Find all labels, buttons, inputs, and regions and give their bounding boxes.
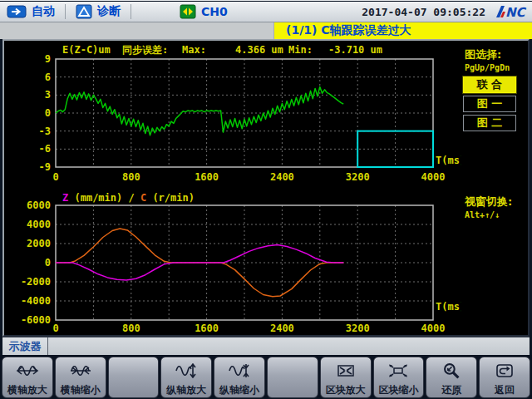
h-axis-zoom-out-button[interactable]: 横轴缩小: [55, 357, 106, 398]
return-button[interactable]: 返回: [479, 357, 530, 398]
mode-label: 自动: [32, 4, 55, 19]
channel-label: CH0: [201, 5, 228, 18]
mode-indicator[interactable]: 自动: [7, 4, 55, 19]
svg-text:0: 0: [45, 257, 51, 268]
svg-text:3200: 3200: [346, 323, 370, 334]
block-zoom-out-icon: [387, 357, 410, 384]
svg-text:3: 3: [45, 89, 51, 101]
hnc-logo: NC: [494, 3, 527, 20]
right-panel: 图选择: PgUp/PgDn 联 合图 一图 二 视窗切换: Alt+↑/↓: [463, 46, 526, 219]
svg-text:Z (mm/min) / C (r/min): Z (mm/min) / C (r/min): [62, 192, 195, 204]
svg-text:NC: NC: [505, 5, 527, 20]
restore-magnifier-icon: [441, 357, 461, 384]
chart-select-option-1[interactable]: 图 一: [463, 96, 516, 112]
diagnosis-triangle-icon: [76, 4, 92, 19]
return-icon: [494, 357, 515, 384]
v-axis-zoom-out-icon: [228, 357, 251, 384]
empty-button[interactable]: [108, 357, 160, 398]
block-zoom-in-icon: [334, 357, 357, 384]
v-axis-zoom-out-button[interactable]: 纵轴缩小: [214, 357, 265, 398]
svg-text:4.366 um: 4.366 um: [235, 44, 283, 56]
topbar-right: 2017-04-07 09:05:22 NC: [362, 3, 532, 20]
sync-error-trace: [56, 86, 343, 135]
button-label: 区块缩小: [378, 384, 418, 396]
h-axis-zoom-out-icon: [69, 357, 92, 384]
alert-bar-left: [0, 22, 274, 39]
svg-text:同步误差:: 同步误差:: [122, 44, 168, 56]
speed-chart: -6000-4000-20000200040006000080016002400…: [6, 190, 461, 335]
bottom-tab-row: 示波器: [2, 337, 530, 355]
svg-text:T(ms): T(ms): [436, 155, 461, 166]
svg-text:2400: 2400: [270, 171, 294, 183]
auto-mode-icon: [7, 4, 27, 19]
svg-text:6: 6: [45, 71, 51, 83]
button-label: 纵轴放大: [166, 384, 206, 396]
svg-text:1600: 1600: [195, 323, 219, 334]
button-label: 返回: [495, 384, 515, 396]
chart-select-option-2[interactable]: 图 二: [463, 115, 516, 131]
svg-text:3200: 3200: [346, 171, 370, 183]
svg-text:E(Z-C)um: E(Z-C)um: [62, 44, 111, 56]
button-label: 横轴缩小: [61, 384, 101, 396]
chart-select-option-0[interactable]: 联 合: [463, 76, 516, 93]
svg-text:-2000: -2000: [21, 276, 51, 288]
svg-text:1600: 1600: [195, 171, 219, 183]
chart-select-keys: PgUp/PgDn: [465, 63, 526, 72]
svg-text:-9: -9: [39, 161, 51, 173]
v-axis-zoom-in-button[interactable]: 纵轴放大: [160, 357, 212, 398]
function-key-toolbar: 横轴放大 横轴缩小 纵轴放大: [0, 355, 532, 399]
restore-button[interactable]: 还原: [426, 357, 477, 398]
svg-text:Max:: Max:: [182, 44, 206, 56]
svg-text:4000: 4000: [421, 171, 446, 183]
h-axis-zoom-in-button[interactable]: 横轴放大: [2, 357, 53, 398]
svg-text:0: 0: [52, 171, 58, 183]
channel-diamond-icon: [180, 4, 196, 19]
svg-text:800: 800: [122, 323, 140, 334]
svg-text:-3.710 um: -3.710 um: [328, 44, 382, 56]
svg-text:2000: 2000: [27, 238, 51, 249]
svg-text:9: 9: [45, 53, 51, 65]
separator: [131, 4, 131, 19]
window-switch-title: 视窗切换:: [465, 195, 526, 209]
chart-select-options: 联 合图 一图 二: [463, 76, 526, 131]
alert-message: (1/1) C轴跟踪误差过大: [274, 23, 411, 38]
plot-area: -9-6-3036908001600240032004000T(ms)E(Z-C…: [2, 39, 530, 337]
alert-bar: (1/1) C轴跟踪误差过大: [0, 22, 532, 39]
button-label: 纵轴缩小: [219, 384, 259, 396]
window-switch-block: 视窗切换: Alt+↑/↓: [463, 195, 526, 219]
oscilloscope-screen: 自动 诊断 CH0 2017-04-07 09:05:22 NC: [0, 0, 532, 399]
diagnosis-indicator[interactable]: 诊断: [76, 4, 121, 19]
diagnosis-label: 诊断: [97, 4, 121, 19]
svg-text:T(ms): T(ms): [436, 301, 461, 313]
svg-text:800: 800: [122, 171, 140, 183]
button-label: 还原: [441, 384, 461, 396]
channel-indicator[interactable]: CH0: [180, 4, 228, 19]
chart-select-title: 图选择:: [465, 47, 526, 62]
block-zoom-out-button[interactable]: 区块缩小: [373, 357, 425, 398]
h-axis-zoom-in-icon: [16, 357, 39, 384]
svg-text:6000: 6000: [27, 200, 51, 211]
v-axis-zoom-in-icon: [175, 357, 198, 384]
svg-text:4000: 4000: [27, 219, 51, 230]
tab-oscilloscope[interactable]: 示波器: [2, 337, 48, 355]
svg-text:-6: -6: [39, 143, 51, 155]
datetime: 2017-04-07 09:05:22: [362, 6, 485, 18]
button-label: 横轴放大: [7, 384, 47, 396]
top-status-bar: 自动 诊断 CH0 2017-04-07 09:05:22 NC: [0, 2, 532, 22]
svg-text:-3: -3: [39, 126, 51, 137]
window-switch-keys: Alt+↑/↓: [465, 210, 526, 219]
block-zoom-in-button[interactable]: 区块放大: [320, 357, 372, 398]
svg-text:4000: 4000: [421, 323, 446, 334]
sync-error-chart: -9-6-3036908001600240032004000T(ms)E(Z-C…: [6, 42, 461, 189]
empty-button[interactable]: [267, 357, 318, 398]
svg-text:-6000: -6000: [21, 314, 51, 326]
separator: [65, 4, 66, 19]
svg-text:Min:: Min:: [288, 44, 313, 56]
svg-text:0: 0: [52, 323, 58, 334]
svg-text:2400: 2400: [270, 323, 294, 334]
alert-message-area: (1/1) C轴跟踪误差过大: [274, 22, 532, 39]
svg-text:-4000: -4000: [21, 295, 51, 307]
svg-text:0: 0: [45, 107, 51, 119]
button-label: 区块放大: [326, 384, 366, 396]
